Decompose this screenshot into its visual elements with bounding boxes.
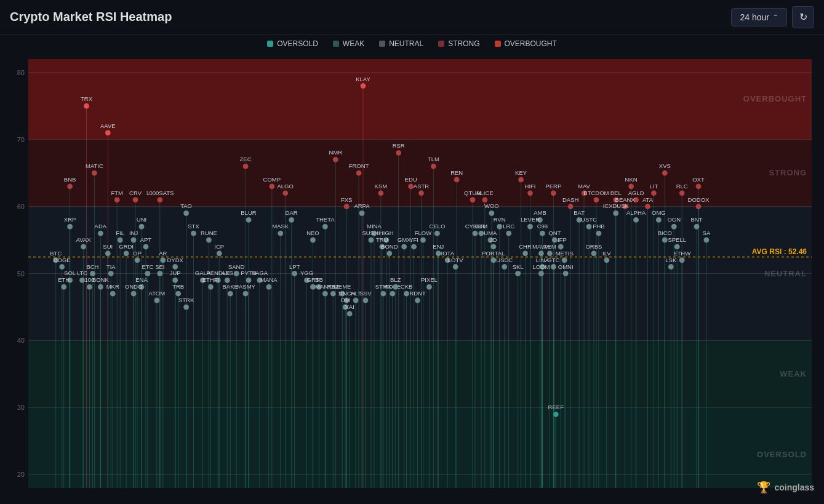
crypto-dot[interactable] [586,224,591,230]
crypto-dot[interactable] [118,238,123,243]
crypto-dot[interactable] [108,271,114,276]
crypto-dot[interactable] [490,244,496,249]
crypto-dot[interactable] [330,291,336,297]
crypto-dot[interactable] [206,238,212,243]
crypto-dot[interactable] [613,210,618,216]
crypto-dot[interactable] [538,271,544,276]
crypto-dot[interactable] [668,264,674,270]
crypto-dot[interactable] [411,244,417,249]
crypto-dot[interactable] [208,284,214,290]
time-selector[interactable]: 24 hour ⌃ [731,8,787,26]
crypto-dot[interactable] [674,244,680,249]
crypto-dot[interactable] [436,250,441,256]
crypto-dot[interactable] [552,238,558,243]
crypto-dot[interactable] [434,231,440,236]
crypto-dot[interactable] [518,177,524,183]
crypto-dot[interactable] [183,304,189,310]
crypto-dot[interactable] [135,257,140,263]
crypto-dot[interactable] [87,284,92,290]
crypto-dot[interactable] [538,250,544,256]
crypto-dot[interactable] [344,204,350,209]
crypto-dot[interactable] [98,231,103,236]
crypto-dot[interactable] [453,264,458,270]
crypto-dot[interactable] [105,250,111,256]
crypto-dot[interactable] [473,231,478,236]
crypto-dot[interactable] [289,217,294,223]
crypto-dot[interactable] [359,210,365,216]
crypto-dot[interactable] [175,291,181,297]
crypto-dot[interactable] [604,257,609,263]
crypto-dot[interactable] [59,264,65,270]
crypto-dot[interactable] [408,183,414,189]
crypto-dot[interactable] [131,238,137,243]
crypto-dot[interactable] [515,271,521,276]
crypto-dot[interactable] [502,264,507,270]
crypto-dot[interactable] [547,250,553,256]
crypto-dot[interactable] [124,250,129,256]
crypto-dot[interactable] [282,190,288,196]
crypto-dot[interactable] [656,217,662,223]
crypto-dot[interactable] [110,291,116,297]
crypto-dot[interactable] [266,284,271,290]
crypto-dot[interactable] [568,204,574,209]
crypto-dot[interactable] [292,271,297,276]
crypto-dot[interactable] [322,224,328,230]
crypto-dot[interactable] [633,217,639,223]
crypto-dot[interactable] [490,257,496,263]
crypto-dot[interactable] [225,278,230,283]
crypto-dot[interactable] [81,244,86,249]
crypto-dot[interactable] [404,291,409,297]
crypto-dot[interactable] [420,238,426,243]
crypto-dot[interactable] [396,150,401,156]
crypto-dot[interactable] [551,190,556,196]
crypto-dot[interactable] [67,183,73,189]
crypto-dot[interactable] [310,238,316,243]
crypto-dot[interactable] [651,190,657,196]
crypto-dot[interactable] [322,291,328,297]
crypto-dot[interactable] [527,190,533,196]
crypto-dot[interactable] [228,291,233,297]
crypto-dot[interactable] [61,284,66,290]
crypto-dot[interactable] [90,271,95,276]
crypto-dot[interactable] [157,271,162,276]
crypto-dot[interactable] [431,164,436,169]
crypto-dot[interactable] [380,291,386,297]
crypto-dot[interactable] [596,231,601,236]
crypto-dot[interactable] [671,224,677,230]
crypto-dot[interactable] [154,298,159,303]
crypto-dot[interactable] [92,170,97,176]
crypto-dot[interactable] [527,224,533,230]
crypto-dot[interactable] [662,170,668,176]
crypto-dot[interactable] [540,231,545,236]
crypto-dot[interactable] [105,130,111,135]
crypto-dot[interactable] [160,257,166,263]
crypto-dot[interactable] [679,190,685,196]
crypto-dot[interactable] [418,190,424,196]
crypto-dot[interactable] [243,291,249,297]
crypto-dot[interactable] [378,190,383,196]
crypto-dot[interactable] [133,197,138,202]
crypto-dot[interactable] [143,244,148,249]
crypto-dot[interactable] [563,271,569,276]
crypto-dot[interactable] [553,412,559,417]
crypto-dot[interactable] [386,250,392,256]
crypto-dot[interactable] [138,224,144,230]
crypto-dot[interactable] [679,257,685,263]
crypto-dot[interactable] [217,250,222,256]
crypto-dot[interactable] [356,170,362,176]
crypto-dot[interactable] [246,278,252,283]
crypto-dot[interactable] [269,183,274,189]
crypto-dot[interactable] [478,231,484,236]
crypto-dot[interactable] [278,231,283,236]
crypto-dot[interactable] [489,210,494,216]
crypto-dot[interactable] [470,197,476,202]
crypto-dot[interactable] [131,291,137,297]
crypto-dot[interactable] [98,284,103,290]
crypto-dot[interactable] [662,238,668,243]
crypto-dot[interactable] [243,164,249,169]
crypto-dot[interactable] [482,197,487,202]
crypto-dot[interactable] [426,284,432,290]
crypto-dot[interactable] [145,271,150,276]
crypto-dot[interactable] [368,238,374,243]
crypto-dot[interactable] [696,204,702,209]
